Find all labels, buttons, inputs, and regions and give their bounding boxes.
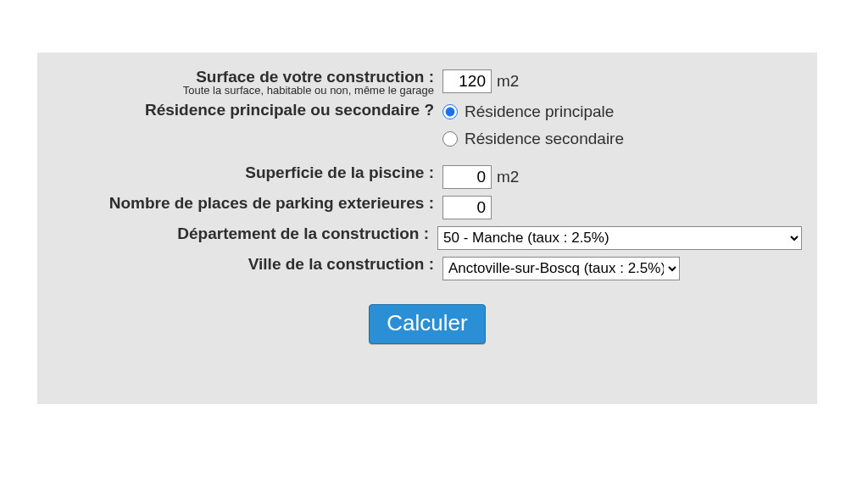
residence-radio-group: Résidence principale Résidence secondair… — [442, 101, 624, 148]
residence-radio-principale[interactable] — [442, 104, 458, 119]
piscine-unit: m2 — [497, 168, 519, 186]
field-surface: Surface de votre construction : Toute la… — [53, 68, 802, 96]
residence-radio-secondaire[interactable] — [442, 131, 458, 147]
ctrl-col-piscine: m2 — [442, 164, 519, 189]
residence-option-principale[interactable]: Résidence principale — [442, 103, 624, 121]
calculate-button[interactable]: Calculer — [369, 304, 485, 344]
ville-select[interactable]: Anctoville-sur-Boscq (taux : 2.5%) — [442, 257, 680, 280]
residence-label: Résidence principale ou secondaire ? — [53, 101, 434, 119]
departement-label: Département de la construction : — [53, 225, 429, 243]
field-parking: Nombre de places de parking exterieures … — [53, 194, 802, 219]
residence-label-secondaire: Résidence secondaire — [465, 130, 624, 148]
form-panel: Surface de votre construction : Toute la… — [37, 53, 817, 404]
departement-select[interactable]: 50 - Manche (taux : 2.5%) — [437, 226, 802, 250]
residence-label-principale: Résidence principale — [465, 103, 614, 121]
label-col-piscine: Superficie de la piscine : — [53, 164, 442, 182]
field-ville: Ville de la construction : Anctoville-su… — [53, 255, 802, 280]
label-col-residence: Résidence principale ou secondaire ? — [53, 101, 442, 119]
residence-option-secondaire[interactable]: Résidence secondaire — [442, 130, 624, 148]
label-col-ville: Ville de la construction : — [53, 255, 442, 274]
field-departement: Département de la construction : 50 - Ma… — [53, 225, 802, 250]
parking-input[interactable] — [442, 196, 492, 219]
surface-input[interactable] — [442, 69, 492, 93]
label-col-departement: Département de la construction : — [53, 225, 437, 243]
piscine-label: Superficie de la piscine : — [53, 164, 434, 182]
parking-label: Nombre de places de parking exterieures … — [53, 194, 434, 213]
field-residence: Résidence principale ou secondaire ? Rés… — [53, 101, 802, 148]
field-piscine: Superficie de la piscine : m2 — [53, 164, 802, 189]
surface-sublabel: Toute la surface, habitable ou non, même… — [53, 85, 434, 96]
ctrl-col-surface: m2 — [442, 68, 519, 93]
ville-label: Ville de la construction : — [53, 255, 434, 274]
ctrl-col-ville: Anctoville-sur-Boscq (taux : 2.5%) — [442, 255, 680, 280]
ctrl-col-departement: 50 - Manche (taux : 2.5%) — [437, 225, 802, 250]
surface-unit: m2 — [497, 72, 519, 91]
button-row: Calculer — [53, 304, 802, 344]
label-col-parking: Nombre de places de parking exterieures … — [53, 194, 442, 213]
piscine-input[interactable] — [442, 165, 492, 189]
ctrl-col-parking — [442, 194, 492, 219]
label-col-surface: Surface de votre construction : Toute la… — [53, 68, 442, 96]
